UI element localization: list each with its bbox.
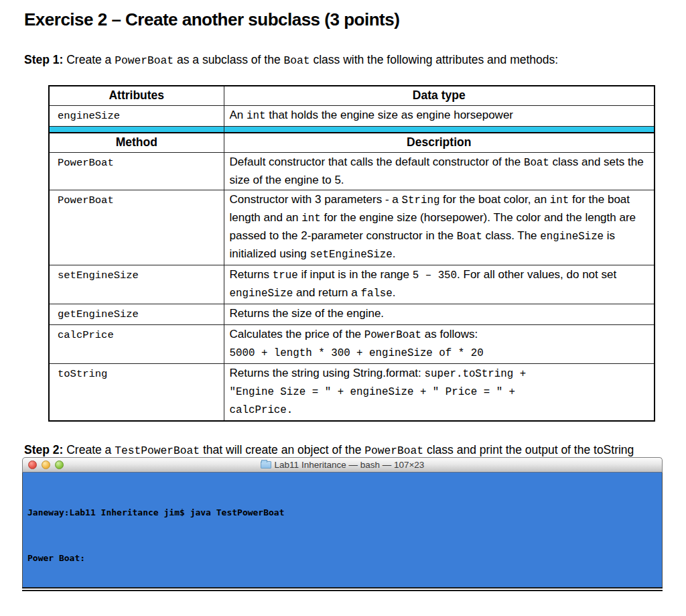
folder-icon [261,461,271,469]
zoom-button-icon[interactable] [55,460,64,469]
terminal-title: Lab11 Inheritance — bash — 107×23 [23,460,662,470]
table-row: setEngineSize Returns true if input is i… [49,265,655,304]
method-desc: Constructor with 3 parameters - a String… [224,190,655,265]
method-desc: Calculates the price of the PowerBoat as… [224,324,655,363]
table-row: PowerBoat Default constructor that calls… [49,152,655,190]
step1-paragraph: Step 1: Create a PowerBoat as a subclass… [24,52,667,69]
method-name: setEngineSize [49,265,224,304]
method-desc: Default constructor that calls the defau… [224,152,655,190]
header-method: Method [49,133,224,153]
table-header-attributes: Attributes Data type [49,86,655,106]
method-desc: Returns the size of the engine. [224,304,655,324]
spec-table-container: Attributes Data type engineSize An int t… [48,85,655,422]
minimize-button-icon[interactable] [42,460,50,469]
terminal-title-text: Lab11 Inheritance — bash — 107×23 [275,460,425,470]
method-name: toString [49,363,224,421]
header-description: Description [224,133,655,153]
window-controls [28,460,64,469]
cyan-divider-left [49,127,224,133]
method-desc: Returns true if input is in the range 5 … [224,265,655,304]
method-name: calcPrice [49,324,224,363]
table-row: calcPrice Calculates the price of the Po… [49,324,655,363]
terminal-content[interactable]: Janeway:Lab11 Inheritance jim$ java Test… [22,473,663,587]
spec-table: Attributes Data type engineSize An int t… [48,85,655,422]
method-desc: Returns the string using String.format: … [224,363,655,421]
header-attributes: Attributes [49,86,224,106]
method-name: PowerBoat [49,190,224,265]
table-row: toString Returns the string using String… [49,363,655,421]
terminal-line: Janeway:Lab11 Inheritance jim$ java Test… [27,505,657,521]
page-title: Exercise 2 – Create another subclass (3 … [24,9,686,30]
terminal-line: Power Boat: [27,551,657,566]
cyan-divider-right [224,127,655,133]
attribute-name: engineSize [49,106,224,127]
header-data-type: Data type [224,86,655,106]
attribute-desc: An int that holds the engine size as eng… [224,106,655,127]
cyan-divider-row [49,127,655,133]
terminal-titlebar[interactable]: Lab11 Inheritance — bash — 107×23 [22,457,663,473]
terminal-bottom-border [22,587,663,591]
table-header-methods: Method Description [49,133,655,153]
close-button-icon[interactable] [28,460,37,469]
table-row: getEngineSize Returns the size of the en… [49,304,655,324]
table-row-enginesize: engineSize An int that holds the engine … [49,106,655,127]
terminal-window: Lab11 Inheritance — bash — 107×23 Janewa… [22,457,663,591]
method-name: getEngineSize [49,304,224,324]
table-row: PowerBoat Constructor with 3 parameters … [49,190,655,265]
method-name: PowerBoat [49,152,224,190]
